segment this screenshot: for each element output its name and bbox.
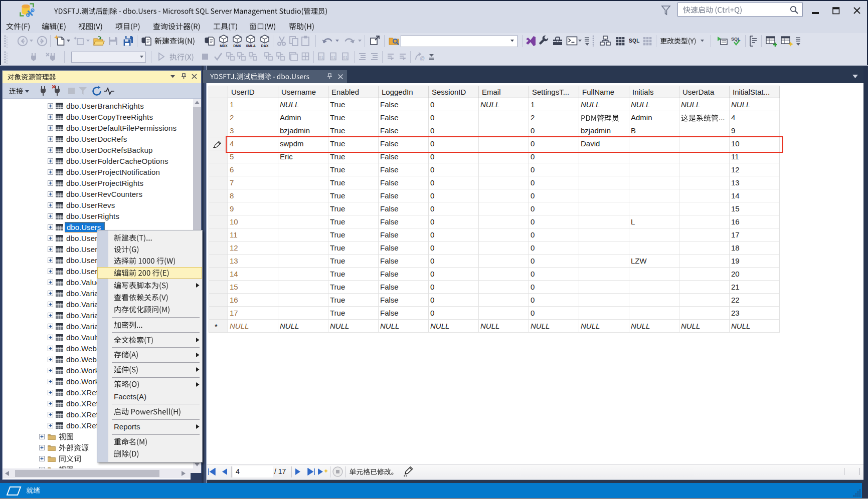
svg-text:MDX: MDX (220, 44, 228, 48)
svg-text:01: 01 (343, 55, 348, 60)
svg-text:01: 01 (319, 55, 323, 60)
svg-text:XMLA: XMLA (246, 44, 256, 48)
svg-text:DAX: DAX (261, 44, 269, 48)
svg-text:DMX: DMX (233, 44, 241, 48)
svg-text:@: @ (420, 56, 425, 61)
svg-text:01: 01 (331, 55, 335, 60)
